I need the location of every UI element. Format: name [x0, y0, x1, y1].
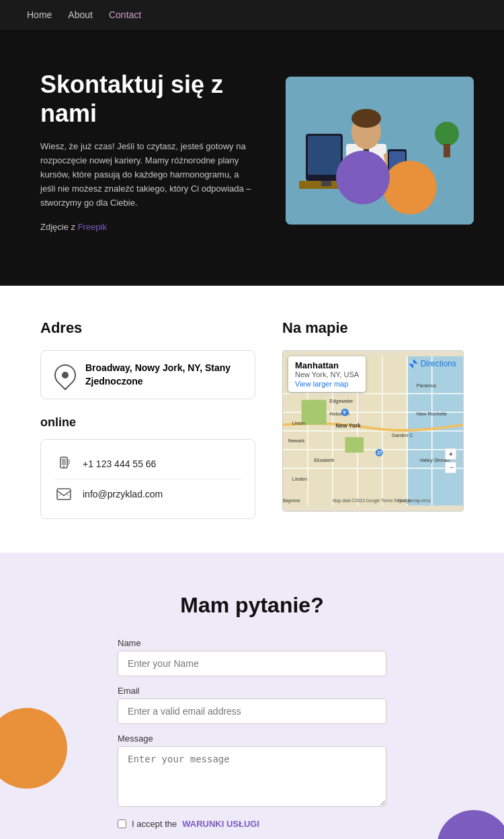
svg-point-5 — [351, 109, 381, 128]
hero-section: Skontaktuj się z nami Wiesz, że już czas… — [0, 30, 504, 286]
message-field-group: Message — [118, 733, 386, 809]
svg-text:Map data ©2023 Google  Terms  : Map data ©2023 Google Terms Report a map… — [333, 498, 431, 504]
terms-link[interactable]: WARUNKI USŁUGI — [182, 819, 259, 829]
svg-text:Edgewater: Edgewater — [329, 399, 353, 405]
svg-rect-34 — [345, 437, 364, 452]
email-item: info@przyklad.com — [54, 479, 241, 509]
address-title: Adres — [40, 319, 255, 337]
map-directions[interactable]: Directions — [409, 359, 456, 368]
hero-illustration — [286, 77, 474, 225]
photo-credit: Zdjęcie z Freepik — [40, 221, 255, 235]
circle-purple-form — [437, 810, 504, 839]
hero-image — [286, 77, 474, 225]
email-field-group: Email — [118, 686, 386, 724]
svg-text:27: 27 — [377, 450, 382, 455]
svg-text:New York: New York — [336, 423, 361, 430]
name-input[interactable] — [118, 651, 386, 676]
phone-number: +1 123 444 55 66 — [83, 458, 156, 469]
circle-orange-hero — [383, 161, 437, 214]
svg-text:New Rochelle: New Rochelle — [417, 411, 447, 417]
message-label: Message — [118, 733, 386, 744]
name-field-group: Name — [118, 638, 386, 676]
terms-row: I accept the WARUNKI USŁUGI — [118, 819, 386, 829]
nav-about[interactable]: About — [68, 9, 93, 20]
hero-body: Wiesz, że już czas! Jeśli to czytasz, je… — [40, 140, 255, 210]
location-pin-icon — [50, 360, 80, 390]
address-section: Adres Broadway, Nowy Jork, NY, Stany Zje… — [0, 286, 504, 553]
svg-text:Paramus: Paramus — [417, 383, 437, 389]
phone-icon — [54, 454, 73, 473]
name-label: Name — [118, 638, 386, 648]
message-input[interactable] — [118, 746, 386, 807]
svg-rect-33 — [302, 400, 327, 425]
svg-text:+: + — [449, 450, 454, 458]
svg-text:9: 9 — [343, 410, 346, 415]
map-location-sub: New York, NY, USA — [295, 370, 359, 378]
email-label: Email — [118, 686, 386, 696]
svg-text:Newark: Newark — [288, 438, 304, 444]
email-icon — [54, 485, 73, 504]
address-text: Broadway, Nowy Jork, NY, Stany Zjednoczo… — [85, 362, 230, 388]
svg-line-18 — [57, 494, 61, 497]
svg-text:Elizabeth: Elizabeth — [314, 457, 334, 463]
email-input[interactable] — [118, 698, 386, 724]
circle-purple-hero — [336, 151, 390, 204]
contact-card: +1 123 444 55 66 info@przyklad.com — [40, 439, 255, 519]
svg-rect-11 — [321, 181, 331, 186]
svg-rect-13 — [444, 144, 450, 157]
circle-orange-form — [0, 708, 67, 789]
address-card: Broadway, Nowy Jork, NY, Stany Zjednoczo… — [40, 350, 255, 399]
freepik-link[interactable]: Freepik — [78, 222, 107, 232]
phone-item: +1 123 444 55 66 — [54, 449, 241, 479]
svg-rect-17 — [57, 489, 71, 500]
svg-rect-15 — [62, 458, 66, 465]
address-right: Na mapie — [282, 319, 464, 519]
svg-marker-58 — [409, 359, 418, 368]
email-address: info@przyklad.com — [83, 489, 163, 500]
svg-text:−: − — [450, 463, 454, 471]
map-container[interactable]: New York New Rochelle Valley Stream Para… — [282, 350, 464, 512]
directions-label: Directions — [421, 359, 456, 368]
nav-home[interactable]: Home — [27, 9, 52, 20]
terms-prefix: I accept the — [132, 819, 177, 829]
hero-right — [282, 70, 477, 225]
map-title: Na mapie — [282, 319, 464, 337]
map-view-larger[interactable]: View larger map — [295, 380, 359, 388]
form-inner: Mam pytanie? Name Email Message I accept… — [118, 593, 386, 839]
hero-left: Skontaktuj się z nami Wiesz, że już czas… — [40, 70, 255, 245]
online-title: online — [40, 415, 255, 430]
map-location-name: Manhattan — [295, 360, 359, 370]
svg-text:Bayonne: Bayonne — [283, 498, 300, 504]
hero-title: Skontaktuj się z nami — [40, 70, 255, 128]
form-title: Mam pytanie? — [118, 593, 386, 618]
svg-point-16 — [63, 466, 65, 467]
svg-line-19 — [67, 494, 71, 497]
nav-contact[interactable]: Contact — [109, 9, 141, 20]
address-left: Adres Broadway, Nowy Jork, NY, Stany Zje… — [40, 319, 255, 519]
form-section: Mam pytanie? Name Email Message I accept… — [0, 553, 504, 839]
map-overlay: Manhattan New York, NY, USA View larger … — [288, 356, 366, 392]
svg-text:Garden C: Garden C — [392, 432, 414, 438]
navigation: Home About Contact — [0, 0, 504, 30]
svg-text:Union: Union — [292, 420, 305, 426]
svg-point-12 — [435, 122, 459, 146]
svg-rect-10 — [308, 136, 341, 175]
terms-checkbox[interactable] — [118, 820, 126, 828]
svg-text:Linden: Linden — [292, 476, 307, 482]
